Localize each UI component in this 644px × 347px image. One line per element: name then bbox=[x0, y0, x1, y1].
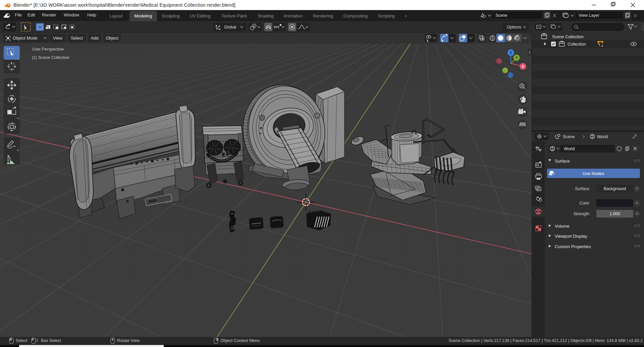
svg-text:Custom Properties: Custom Properties bbox=[555, 244, 591, 249]
svg-text:Viewport Display: Viewport Display bbox=[555, 234, 587, 239]
svg-text:World: World bbox=[597, 134, 608, 139]
svg-text:Surface: Surface bbox=[555, 159, 570, 164]
svg-text:Scene: Scene bbox=[563, 134, 575, 139]
svg-text:Surface: Surface bbox=[575, 186, 589, 191]
svg-text:Volume: Volume bbox=[555, 224, 569, 229]
svg-text:Scene Collection: Scene Collection bbox=[552, 35, 584, 39]
svg-text:Background: Background bbox=[604, 186, 626, 191]
svg-text:X: X bbox=[522, 65, 524, 68]
svg-text:Use Nodes: Use Nodes bbox=[583, 171, 604, 176]
svg-text:Options: Options bbox=[507, 25, 521, 30]
svg-text:1.000: 1.000 bbox=[609, 212, 620, 216]
svg-text:Y: Y bbox=[516, 56, 518, 60]
svg-text:World: World bbox=[564, 147, 575, 151]
svg-text:Color: Color bbox=[579, 201, 589, 206]
svg-text:Z: Z bbox=[510, 51, 512, 55]
svg-text:8: 8 bbox=[601, 44, 603, 48]
svg-text:Collection: Collection bbox=[568, 42, 586, 47]
svg-text:Global: Global bbox=[224, 25, 236, 30]
svg-text:Strength: Strength bbox=[574, 212, 589, 216]
